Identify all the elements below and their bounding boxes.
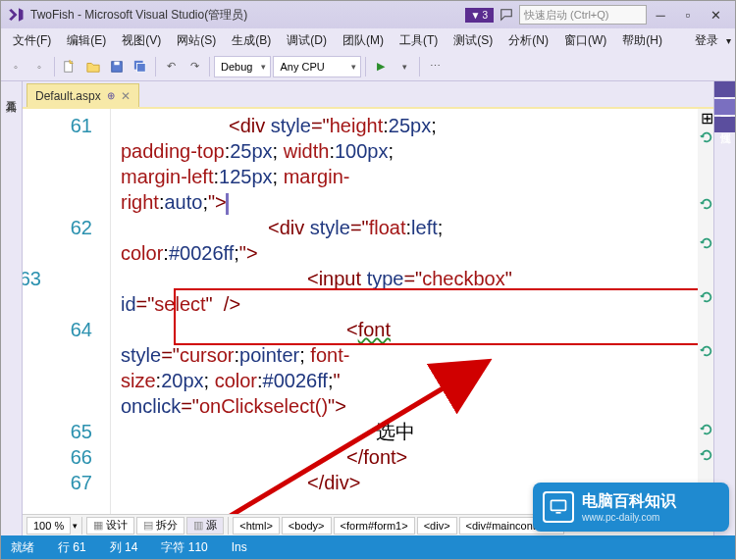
quick-launch-input[interactable]: 快速启动 (Ctrl+Q) — [519, 5, 647, 25]
menu-bar: 文件(F) 编辑(E) 视图(V) 网站(S) 生成(B) 调试(D) 团队(M… — [1, 28, 735, 52]
line-number-gutter: 61 62 63 64 65 66 67 — [23, 109, 111, 514]
text-node: 选中 — [376, 421, 415, 442]
line-number: 64 — [23, 317, 92, 419]
refresh-icon[interactable] — [700, 130, 713, 144]
menu-analyze[interactable]: 分析(N) — [500, 30, 556, 51]
login-button[interactable]: 登录 — [687, 30, 726, 51]
feedback-icon[interactable] — [494, 6, 519, 24]
menu-view[interactable]: 视图(V) — [114, 30, 169, 51]
window-dropdown-icon[interactable]: ▾ — [726, 35, 731, 46]
status-ready: 就绪 — [11, 539, 34, 556]
team-explorer-tab[interactable]: 团队资源管理器 — [714, 99, 735, 115]
status-line: 行 61 — [58, 539, 86, 556]
menu-file[interactable]: 文件(F) — [5, 30, 59, 51]
watermark-title: 电脑百科知识 — [582, 491, 676, 512]
menu-test[interactable]: 测试(S) — [446, 30, 500, 51]
watermark-badge: 电脑百科知识 www.pc-daily.com — [533, 483, 729, 532]
line-number: 65 — [23, 419, 92, 444]
breadcrumb-html[interactable]: <html> — [233, 517, 280, 535]
code-area[interactable]: <div style="height:25px; padding-top:25p… — [111, 109, 698, 514]
pin-icon[interactable]: ⊕ — [107, 90, 115, 101]
left-dock: 工具箱 — [1, 81, 23, 535]
notification-badge[interactable]: ▼3 — [465, 8, 494, 23]
tab-default-aspx[interactable]: Default.aspx ⊕ ✕ — [26, 83, 139, 107]
svg-rect-2 — [114, 61, 119, 65]
tab-label: Default.aspx — [35, 89, 101, 103]
line-number: 66 — [23, 444, 92, 470]
refresh-icon[interactable] — [700, 290, 713, 304]
refresh-icon[interactable] — [700, 423, 713, 436]
annotation-margin: ⊞ — [698, 109, 713, 514]
properties-tab[interactable]: 属性 — [714, 117, 735, 132]
menu-tools[interactable]: 工具(T) — [392, 30, 446, 51]
start-debug-button[interactable]: ▶ — [370, 56, 392, 77]
menu-edit[interactable]: 编辑(E) — [59, 30, 114, 51]
watermark-url: www.pc-daily.com — [582, 512, 676, 523]
config-dropdown[interactable]: Debug — [214, 56, 271, 77]
refresh-icon[interactable] — [700, 236, 713, 250]
line-number: 61 — [23, 113, 92, 215]
menu-window[interactable]: 窗口(W) — [556, 30, 614, 51]
open-file-icon[interactable] — [82, 56, 104, 77]
solution-explorer-tab[interactable]: 解决方案资源管理器 — [714, 81, 735, 97]
refresh-icon[interactable] — [700, 197, 713, 211]
redo-icon[interactable]: ↷ — [184, 56, 205, 77]
svg-rect-6 — [552, 500, 566, 510]
save-icon[interactable] — [106, 56, 128, 77]
document-tabs: Default.aspx ⊕ ✕ — [23, 81, 713, 107]
monitor-icon — [543, 491, 574, 523]
refresh-icon[interactable] — [700, 344, 713, 358]
new-file-icon[interactable] — [59, 56, 80, 77]
status-bar: 就绪 行 61 列 14 字符 110 Ins — [1, 535, 735, 559]
svg-rect-7 — [556, 512, 561, 514]
vs-logo-icon — [7, 6, 25, 24]
nav-fwd-icon[interactable]: ◦ — [28, 56, 50, 77]
expand-icon[interactable]: ⊞ — [700, 111, 713, 125]
right-dock: 解决方案资源管理器 团队资源管理器 属性 — [713, 81, 735, 535]
line-number: 63 — [23, 266, 41, 317]
menu-debug[interactable]: 调试(D) — [279, 30, 335, 51]
menu-build[interactable]: 生成(B) — [224, 30, 279, 51]
nav-back-icon[interactable]: ◦ — [5, 56, 26, 77]
tab-close-icon[interactable]: ✕ — [121, 89, 131, 103]
text-cursor — [227, 194, 228, 214]
toolbar-overflow[interactable]: ⋯ — [424, 56, 446, 77]
line-number: 67 — [23, 470, 92, 495]
line-number: 62 — [23, 215, 92, 266]
close-button[interactable]: ✕ — [702, 5, 729, 25]
minimize-button[interactable]: ─ — [647, 5, 674, 25]
svg-rect-4 — [137, 63, 146, 72]
zoom-level[interactable]: 100 % — [26, 517, 71, 535]
title-bar: TwoFish - Microsoft Visual Studio(管理员) ▼… — [1, 1, 735, 28]
toolbar: ◦ ◦ ↶ ↷ Debug Any CPU ▶ ▾ ⋯ — [1, 52, 735, 81]
browser-dropdown-icon[interactable]: ▾ — [394, 56, 415, 77]
breadcrumb-div[interactable]: <div> — [417, 517, 457, 535]
design-view-button[interactable]: ▦设计 — [86, 517, 134, 535]
status-ins: Ins — [232, 540, 247, 554]
source-view-button[interactable]: ▥源 — [186, 517, 224, 535]
menu-team[interactable]: 团队(M) — [335, 30, 392, 51]
breadcrumb-body[interactable]: <body> — [282, 517, 332, 535]
refresh-icon[interactable] — [700, 448, 713, 462]
app-title: TwoFish - Microsoft Visual Studio(管理员) — [30, 7, 247, 24]
platform-dropdown[interactable]: Any CPU — [273, 56, 361, 77]
status-col: 列 14 — [110, 539, 138, 556]
save-all-icon[interactable] — [130, 56, 151, 77]
maximize-button[interactable]: ▫ — [674, 5, 702, 25]
status-char: 字符 110 — [161, 539, 207, 556]
menu-website[interactable]: 网站(S) — [169, 30, 224, 51]
toolbox-tab[interactable]: 工具箱 — [2, 87, 21, 99]
menu-help[interactable]: 帮助(H) — [614, 30, 670, 51]
code-editor[interactable]: 61 62 63 64 65 66 67 <div style="height:… — [23, 107, 713, 514]
undo-icon[interactable]: ↶ — [160, 56, 182, 77]
split-view-button[interactable]: ▤拆分 — [136, 517, 184, 535]
breadcrumb-form[interactable]: <form#form1> — [334, 517, 415, 535]
